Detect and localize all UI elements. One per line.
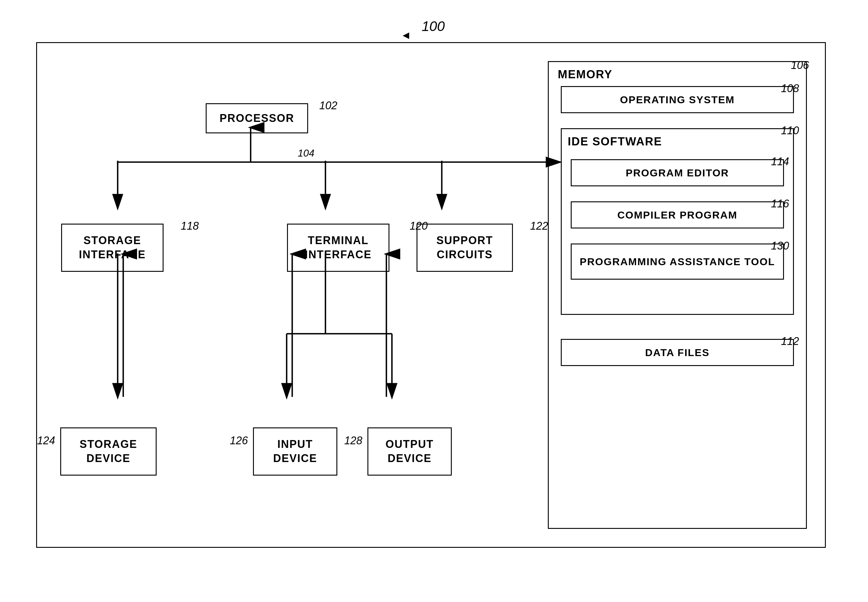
storage-interface-box: STORAGE INTERFACE 118 [61, 224, 163, 272]
pat-ref: 130 [771, 240, 789, 252]
support-circuits-ref: 122 [530, 220, 548, 232]
output-device-label: OUTPUT DEVICE [368, 437, 451, 466]
terminal-interface-box: TERMINAL INTERFACE 120 [287, 224, 389, 272]
storage-device-box: STORAGE DEVICE 124 [60, 427, 157, 476]
support-circuits-box: SUPPORT CIRCUITS 122 [417, 224, 513, 272]
memory-ref: 106 [791, 59, 809, 72]
operating-system-box: OPERATING SYSTEM 108 [561, 86, 794, 113]
ide-ref: 110 [781, 124, 799, 137]
storage-device-label: STORAGE DEVICE [61, 437, 156, 466]
terminal-interface-label: TERMINAL INTERFACE [288, 233, 388, 262]
os-ref: 108 [781, 82, 799, 95]
arrow-100-indicator: ◄ [400, 29, 411, 41]
data-files-label: DATA FILES [645, 347, 709, 358]
program-editor-box: PROGRAM EDITOR 114 [571, 159, 784, 186]
program-editor-label: PROGRAM EDITOR [626, 167, 729, 179]
data-files-ref: 112 [781, 335, 799, 348]
support-circuits-label: SUPPORT CIRCUITS [417, 233, 512, 262]
compiler-program-label: COMPILER PROGRAM [617, 209, 737, 221]
storage-interface-label: STORAGE INTERFACE [62, 233, 163, 262]
processor-label: PROCESSOR [220, 112, 294, 124]
input-device-box: INPUT DEVICE 126 [253, 427, 337, 476]
operating-system-label: OPERATING SYSTEM [620, 94, 735, 106]
output-device-ref: 128 [344, 435, 362, 447]
programming-assistance-tool-box: PROGRAMMING ASSISTANCE TOOL 130 [571, 244, 784, 280]
processor-ref: 102 [319, 99, 337, 112]
pat-label: PROGRAMMING ASSISTANCE TOOL [580, 255, 775, 268]
storage-device-ref: 124 [37, 435, 55, 447]
program-editor-ref: 114 [771, 155, 789, 168]
input-device-ref: 126 [230, 435, 248, 447]
memory-label: MEMORY [558, 68, 613, 81]
diagram-ref-100: 100 [422, 18, 445, 34]
memory-box: 106 MEMORY OPERATING SYSTEM 108 110 IDE … [548, 61, 807, 529]
compiler-ref: 116 [771, 197, 789, 210]
input-device-label: INPUT DEVICE [254, 437, 336, 466]
storage-interface-ref: 118 [181, 220, 199, 232]
output-device-box: OUTPUT DEVICE 128 [368, 427, 452, 476]
processor-box: PROCESSOR 102 [206, 103, 308, 134]
svg-text:104: 104 [298, 147, 314, 159]
compiler-program-box: COMPILER PROGRAM 116 [571, 201, 784, 229]
ide-title-label: IDE SOFTWARE [568, 135, 662, 148]
ide-software-box: 110 IDE SOFTWARE PROGRAM EDITOR 114 COMP… [561, 128, 794, 315]
data-files-box: DATA FILES 112 [561, 339, 794, 366]
